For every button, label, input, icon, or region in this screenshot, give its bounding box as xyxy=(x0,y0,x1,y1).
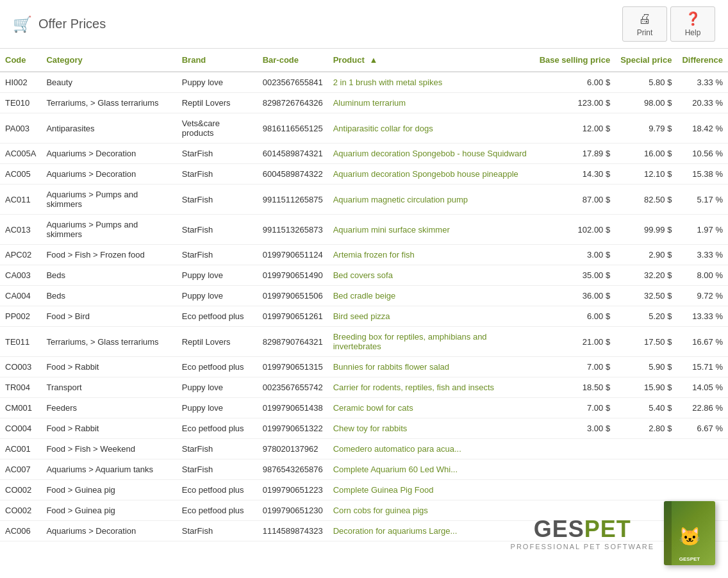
cell-code: AC007 xyxy=(0,459,41,480)
cell-code: CO004 xyxy=(0,418,41,439)
print-label: Print xyxy=(637,28,653,37)
cell-barcode: 9911511265875 xyxy=(258,185,328,215)
cell-brand: StarFish xyxy=(177,215,258,245)
cell-code: AC005A xyxy=(0,144,41,164)
cell-product[interactable]: Aquarium decoration Spongebob house pine… xyxy=(328,164,534,185)
cell-product[interactable]: Bed covers sofa xyxy=(328,265,534,286)
table-row: CO002Food > Guinea pigEco petfood plus01… xyxy=(0,500,728,521)
cell-product[interactable]: Decoration for aquariums Large... xyxy=(328,521,534,541)
col-difference[interactable]: Difference xyxy=(677,49,728,72)
cell-base-price xyxy=(534,521,616,541)
cell-special-price xyxy=(615,500,677,521)
cell-product[interactable]: Bed cradle beige xyxy=(328,286,534,306)
cell-difference xyxy=(677,521,728,541)
cell-brand: Eco petfood plus xyxy=(177,306,258,327)
cell-special-price: 12.10 $ xyxy=(615,164,677,185)
cell-category: Aquariums > Decoration xyxy=(41,144,176,164)
cell-product[interactable]: Complete Aquarium 60 Led Whi... xyxy=(328,459,534,480)
cell-product[interactable]: 2 in 1 brush with metal spikes xyxy=(328,72,534,93)
help-label: Help xyxy=(685,28,701,37)
cell-brand: StarFish xyxy=(177,439,258,459)
cell-category: Beauty xyxy=(41,72,176,93)
cell-code: CO002 xyxy=(0,500,41,521)
col-category[interactable]: Category xyxy=(41,49,176,72)
cell-code: CA004 xyxy=(0,286,41,306)
cell-base-price: 7.00 $ xyxy=(534,357,616,377)
cell-barcode: 0199790651230 xyxy=(258,500,328,521)
print-button[interactable]: 🖨 Print xyxy=(622,6,667,42)
table-row: AC001Food > Fish > WeekendStarFish978020… xyxy=(0,439,728,459)
table-row: TR004TransportPuppy love0023567655742Car… xyxy=(0,377,728,398)
table-row: CO002Food > Guinea pigEco petfood plus01… xyxy=(0,480,728,500)
cell-special-price: 82.50 $ xyxy=(615,185,677,215)
cell-product[interactable]: Ceramic bowl for cats xyxy=(328,398,534,418)
cell-special-price: 5.20 $ xyxy=(615,306,677,327)
header-actions: 🖨 Print ❓ Help xyxy=(622,6,715,42)
cell-barcode: 0199790651322 xyxy=(258,418,328,439)
cell-base-price: 12.00 $ xyxy=(534,113,616,144)
cell-product[interactable]: Bird seed pizza xyxy=(328,306,534,327)
col-code[interactable]: Code xyxy=(0,49,41,72)
cell-base-price: 36.00 $ xyxy=(534,286,616,306)
table-row: CM001FeedersPuppy love0199790651438Ceram… xyxy=(0,398,728,418)
print-icon: 🖨 xyxy=(638,12,651,26)
cell-special-price xyxy=(615,521,677,541)
col-base-price[interactable]: Base selling price xyxy=(534,49,616,72)
table-row: TE011Terrariums, > Glass terrariumsRepti… xyxy=(0,327,728,357)
cell-base-price xyxy=(534,480,616,500)
cell-base-price: 3.00 $ xyxy=(534,418,616,439)
cell-product[interactable]: Corn cobs for guinea pigs xyxy=(328,500,534,521)
cell-product[interactable]: Bunnies for rabbits flower salad xyxy=(328,357,534,377)
table-row: AC013Aquariums > Pumps and skimmersStarF… xyxy=(0,215,728,245)
cell-difference: 3.33 % xyxy=(677,72,728,93)
table-row: PA003AntiparasitesVets&care products9816… xyxy=(0,113,728,144)
cell-barcode: 8298726764326 xyxy=(258,93,328,113)
cell-code: AC011 xyxy=(0,185,41,215)
cell-category: Aquariums > Decoration xyxy=(41,164,176,185)
cell-special-price: 5.90 $ xyxy=(615,357,677,377)
cell-product[interactable]: Aquarium decoration Spongebob - house Sq… xyxy=(328,144,534,164)
cell-code: PP002 xyxy=(0,306,41,327)
cell-product[interactable]: Artemia frozen for fish xyxy=(328,245,534,265)
cell-special-price: 16.00 $ xyxy=(615,144,677,164)
table-row: AC006Aquariums > DecorationStarFish11145… xyxy=(0,521,728,541)
cart-icon: 🛒 xyxy=(13,15,32,33)
cell-difference: 10.56 % xyxy=(677,144,728,164)
help-icon: ❓ xyxy=(685,11,701,26)
cell-brand: Eco petfood plus xyxy=(177,418,258,439)
cell-base-price: 17.89 $ xyxy=(534,144,616,164)
table-row: AC011Aquariums > Pumps and skimmersStarF… xyxy=(0,185,728,215)
cell-brand: Vets&care products xyxy=(177,113,258,144)
cell-product[interactable]: Complete Guinea Pig Food xyxy=(328,480,534,500)
cell-category: Aquariums > Decoration xyxy=(41,521,176,541)
col-special-price[interactable]: Special price xyxy=(615,49,677,72)
cell-difference: 6.67 % xyxy=(677,418,728,439)
cell-product[interactable]: Comedero automatico para acua... xyxy=(328,439,534,459)
cell-difference: 18.42 % xyxy=(677,113,728,144)
col-barcode[interactable]: Bar-code xyxy=(258,49,328,72)
cell-product[interactable]: Aluminum terrarium xyxy=(328,93,534,113)
cell-product[interactable]: Aquarium mini surface skimmer xyxy=(328,215,534,245)
cell-special-price: 2.90 $ xyxy=(615,245,677,265)
col-brand[interactable]: Brand xyxy=(177,49,258,72)
cell-difference xyxy=(677,480,728,500)
col-product[interactable]: Product ▲ xyxy=(328,49,534,72)
cell-category: Food > Rabbit xyxy=(41,418,176,439)
cell-product[interactable]: Chew toy for rabbits xyxy=(328,418,534,439)
cell-product[interactable]: Aquarium magnetic circulation pump xyxy=(328,185,534,215)
cell-barcode: 6004589874322 xyxy=(258,164,328,185)
table-row: PP002Food > BirdEco petfood plus01997906… xyxy=(0,306,728,327)
cell-code: AC013 xyxy=(0,215,41,245)
cell-product[interactable]: Carrier for rodents, reptiles, fish and … xyxy=(328,377,534,398)
cell-code: TE010 xyxy=(0,93,41,113)
cell-brand: Eco petfood plus xyxy=(177,480,258,500)
cell-product[interactable]: Antiparasitic collar for dogs xyxy=(328,113,534,144)
cell-code: CM001 xyxy=(0,398,41,418)
cell-category: Aquariums > Aquarium tanks xyxy=(41,459,176,480)
cell-product[interactable]: Breeding box for reptiles, amphibians an… xyxy=(328,327,534,357)
cell-special-price: 98.00 $ xyxy=(615,93,677,113)
cell-code: PA003 xyxy=(0,113,41,144)
cell-difference: 20.33 % xyxy=(677,93,728,113)
cell-code: AC001 xyxy=(0,439,41,459)
help-button[interactable]: ❓ Help xyxy=(670,6,715,42)
